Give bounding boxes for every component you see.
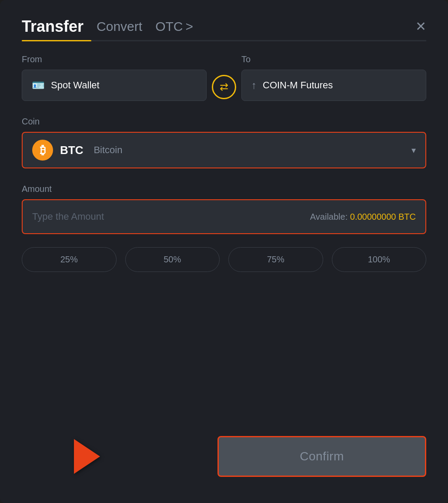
futures-icon: ↑ [251, 79, 257, 91]
percent-100-button[interactable]: 100% [332, 247, 427, 272]
wallet-icon: 🪪 [32, 79, 45, 91]
to-wallet-selector[interactable]: ↑ COIN-M Futures [241, 70, 426, 101]
amount-placeholder: Type the Amount [32, 211, 104, 222]
tab-otc[interactable]: OTC > [155, 19, 193, 34]
percent-50-button[interactable]: 50% [125, 247, 220, 272]
amount-label: Amount [22, 184, 52, 194]
from-section: From 🪪 Spot Wallet [22, 54, 207, 101]
from-to-row: From 🪪 Spot Wallet ⇄ To ↑ COIN-M Futures [22, 54, 426, 101]
tab-convert[interactable]: Convert [97, 19, 142, 34]
modal-header: Transfer Convert OTC > ✕ [22, 17, 426, 36]
available-text: Available: 0.00000000 BTC [310, 212, 416, 222]
btc-icon: ₿ [32, 140, 53, 161]
arrow-icon [74, 439, 100, 474]
swap-container: ⇄ [207, 75, 241, 101]
coin-section: Coin ₿ BTC Bitcoin ▾ [22, 117, 426, 168]
amount-field[interactable]: Type the Amount Available: 0.00000000 BT… [22, 199, 426, 234]
otc-chevron-icon: > [185, 19, 193, 34]
coin-chevron-icon: ▾ [411, 145, 416, 155]
coin-symbol: BTC [60, 144, 83, 157]
to-section: To ↑ COIN-M Futures [241, 54, 426, 101]
to-wallet-name: COIN-M Futures [263, 80, 333, 91]
from-wallet-name: Spot Wallet [51, 80, 100, 91]
to-label: To [241, 54, 426, 64]
arrow-container [74, 439, 100, 474]
amount-section: Amount Type the Amount Available: 0.0000… [22, 184, 426, 234]
percent-25-button[interactable]: 25% [22, 247, 117, 272]
coin-full-name: Bitcoin [94, 144, 122, 156]
available-value: 0.00000000 BTC [350, 212, 416, 221]
swap-icon: ⇄ [220, 81, 228, 93]
confirm-area: Confirm [22, 427, 426, 477]
swap-button[interactable]: ⇄ [212, 75, 236, 99]
percent-75-button[interactable]: 75% [228, 247, 323, 272]
active-tab-indicator [22, 40, 91, 41]
coin-selector[interactable]: ₿ BTC Bitcoin ▾ [22, 132, 426, 168]
from-wallet-selector[interactable]: 🪪 Spot Wallet [22, 70, 207, 101]
close-button[interactable]: ✕ [415, 20, 426, 33]
confirm-button[interactable]: Confirm [217, 436, 426, 477]
percent-row: 25% 50% 75% 100% [22, 247, 426, 272]
transfer-modal: Transfer Convert OTC > ✕ From 🪪 Spot Wal… [0, 0, 448, 503]
tab-underline [22, 40, 426, 41]
tab-transfer[interactable]: Transfer [22, 17, 84, 36]
coin-label: Coin [22, 117, 40, 126]
from-label: From [22, 54, 207, 64]
